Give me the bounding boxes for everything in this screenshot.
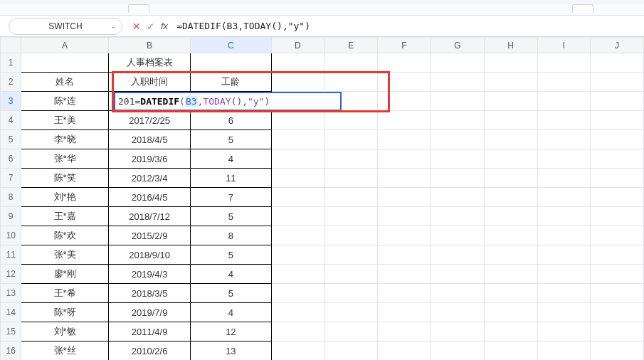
cell[interactable] (378, 169, 431, 188)
cell[interactable] (378, 111, 431, 130)
cell[interactable] (324, 149, 378, 169)
cell[interactable] (591, 130, 644, 149)
cell[interactable] (378, 149, 431, 169)
row-header-1[interactable]: 1 (1, 53, 21, 73)
cell[interactable] (484, 169, 537, 188)
cell[interactable] (271, 188, 324, 207)
spreadsheet-grid[interactable]: ABCDEFGHIJ1人事档案表2姓名入职时间工龄3陈*连20184王*美201… (0, 37, 644, 360)
chevron-down-icon[interactable]: ⌄ (110, 22, 116, 30)
cell[interactable] (484, 303, 537, 322)
cell[interactable] (537, 111, 591, 130)
cell[interactable] (484, 207, 537, 226)
cell[interactable] (591, 53, 644, 73)
cell[interactable] (378, 130, 431, 149)
cell[interactable] (271, 284, 324, 303)
cell[interactable] (484, 130, 537, 149)
cell[interactable] (378, 342, 431, 361)
cell[interactable] (271, 207, 324, 226)
cell[interactable] (431, 226, 484, 245)
select-all-corner[interactable] (1, 38, 21, 53)
cell[interactable] (484, 92, 537, 111)
cell[interactable] (431, 169, 484, 188)
column-header-A[interactable]: A (21, 38, 109, 53)
cell[interactable] (271, 53, 324, 73)
name-box[interactable]: SWITCH ⌄ (9, 18, 122, 35)
cell[interactable] (324, 245, 378, 265)
fx-label[interactable]: fx (161, 21, 168, 31)
row-header-8[interactable]: 8 (1, 188, 21, 207)
cell[interactable] (537, 188, 591, 207)
cell[interactable] (537, 169, 591, 188)
cell[interactable] (591, 303, 644, 322)
cell[interactable] (378, 188, 431, 207)
cell[interactable] (537, 245, 591, 265)
cell[interactable] (324, 207, 378, 226)
cell[interactable] (591, 322, 644, 342)
cell[interactable] (324, 226, 378, 245)
cell[interactable] (271, 111, 324, 130)
row-header-16[interactable]: 16 (1, 342, 21, 361)
column-header-E[interactable]: E (324, 38, 378, 53)
cell[interactable] (271, 73, 324, 92)
cell[interactable] (431, 53, 484, 73)
cell[interactable] (537, 284, 591, 303)
cell[interactable] (324, 73, 378, 92)
accept-icon[interactable]: ✓ (147, 21, 155, 32)
ribbon-box[interactable] (128, 4, 149, 13)
cell[interactable] (271, 169, 324, 188)
cell[interactable] (431, 303, 484, 322)
cell[interactable] (324, 188, 378, 207)
cell[interactable] (378, 265, 431, 284)
cell[interactable] (591, 169, 644, 188)
cell[interactable] (484, 322, 537, 342)
cell[interactable] (271, 322, 324, 342)
cell[interactable] (324, 111, 378, 130)
cancel-icon[interactable]: ✕ (132, 21, 141, 32)
cell[interactable] (324, 322, 378, 342)
cell[interactable] (271, 149, 324, 169)
column-header-I[interactable]: I (537, 38, 591, 53)
cell[interactable] (378, 73, 431, 92)
column-header-D[interactable]: D (271, 38, 324, 53)
ribbon-box[interactable] (572, 4, 593, 13)
cell[interactable] (537, 226, 591, 245)
cell[interactable] (431, 342, 484, 361)
cell[interactable] (484, 342, 537, 361)
cell[interactable] (591, 245, 644, 265)
row-header-10[interactable]: 10 (1, 226, 21, 245)
column-header-H[interactable]: H (484, 38, 537, 53)
row-header-11[interactable]: 11 (1, 245, 21, 265)
cell[interactable] (378, 322, 431, 342)
cell-editor[interactable]: 201 = DATEDIF ( B3 , TODAY ( ) , "y" ) (114, 92, 342, 111)
cell[interactable] (591, 226, 644, 245)
cell[interactable] (431, 130, 484, 149)
cell[interactable] (537, 322, 591, 342)
cell[interactable] (431, 111, 484, 130)
cell[interactable] (378, 303, 431, 322)
column-header-G[interactable]: G (431, 38, 484, 53)
cell[interactable] (537, 303, 591, 322)
cell[interactable] (324, 303, 378, 322)
column-header-B[interactable]: B (108, 38, 190, 53)
cell[interactable] (591, 149, 644, 169)
cell[interactable] (537, 130, 591, 149)
cell[interactable] (378, 207, 431, 226)
cell[interactable] (591, 342, 644, 361)
cell[interactable] (431, 322, 484, 342)
cell[interactable] (271, 226, 324, 245)
cell[interactable] (324, 265, 378, 284)
column-header-F[interactable]: F (378, 38, 431, 53)
cell[interactable] (431, 265, 484, 284)
cell[interactable] (378, 92, 431, 111)
cell[interactable] (271, 130, 324, 149)
cell[interactable] (591, 265, 644, 284)
cell[interactable] (324, 169, 378, 188)
cell[interactable] (484, 284, 537, 303)
cell[interactable] (324, 284, 378, 303)
cell[interactable] (21, 53, 109, 73)
cell[interactable] (324, 53, 378, 73)
row-header-14[interactable]: 14 (1, 303, 21, 322)
cell[interactable] (484, 226, 537, 245)
cell[interactable] (537, 149, 591, 169)
cell[interactable] (431, 284, 484, 303)
